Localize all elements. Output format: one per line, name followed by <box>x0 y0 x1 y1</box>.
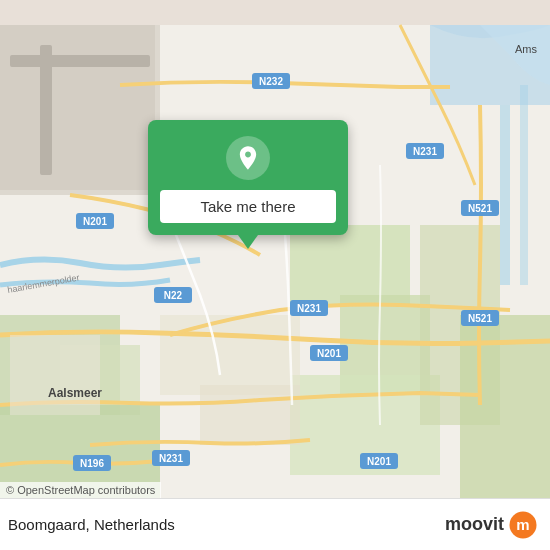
svg-text:N201: N201 <box>317 348 341 359</box>
svg-rect-5 <box>0 25 155 190</box>
svg-rect-3 <box>520 85 528 285</box>
svg-rect-7 <box>40 45 52 175</box>
svg-text:N22: N22 <box>164 290 183 301</box>
moovit-brand-text: moovit <box>445 514 504 535</box>
svg-text:N231: N231 <box>297 303 321 314</box>
svg-text:N231: N231 <box>159 453 183 464</box>
svg-text:N201: N201 <box>83 216 107 227</box>
moovit-logo: moovit m <box>445 510 538 540</box>
map-container: N232 N231 N201 N22 N231 N521 N521 N201 N… <box>0 0 550 550</box>
svg-rect-15 <box>460 315 550 525</box>
svg-rect-6 <box>10 55 150 67</box>
svg-rect-11 <box>290 225 410 305</box>
svg-text:N231: N231 <box>413 146 437 157</box>
svg-text:Ams: Ams <box>515 43 538 55</box>
svg-text:N201: N201 <box>367 456 391 467</box>
take-me-there-button[interactable]: Take me there <box>160 190 336 223</box>
svg-rect-18 <box>10 335 100 415</box>
svg-text:m: m <box>516 516 529 533</box>
svg-rect-17 <box>200 385 300 445</box>
copyright-text: © OpenStreetMap contributors <box>6 484 155 496</box>
popup-card: Take me there <box>148 120 348 235</box>
svg-rect-16 <box>160 315 300 395</box>
map-background: N232 N231 N201 N22 N231 N521 N521 N201 N… <box>0 0 550 550</box>
svg-text:N196: N196 <box>80 458 104 469</box>
copyright-bar: © OpenStreetMap contributors <box>0 482 161 498</box>
svg-text:N521: N521 <box>468 203 492 214</box>
location-icon-wrapper <box>226 136 270 180</box>
location-pin-icon <box>234 144 262 172</box>
svg-text:Aalsmeer: Aalsmeer <box>48 386 102 400</box>
bottom-bar: Boomgaard, Netherlands moovit m <box>0 498 550 550</box>
svg-text:N232: N232 <box>259 76 283 87</box>
moovit-brand-icon: m <box>508 510 538 540</box>
svg-rect-2 <box>500 105 510 285</box>
svg-text:N521: N521 <box>468 313 492 324</box>
location-name: Boomgaard, Netherlands <box>8 516 175 533</box>
